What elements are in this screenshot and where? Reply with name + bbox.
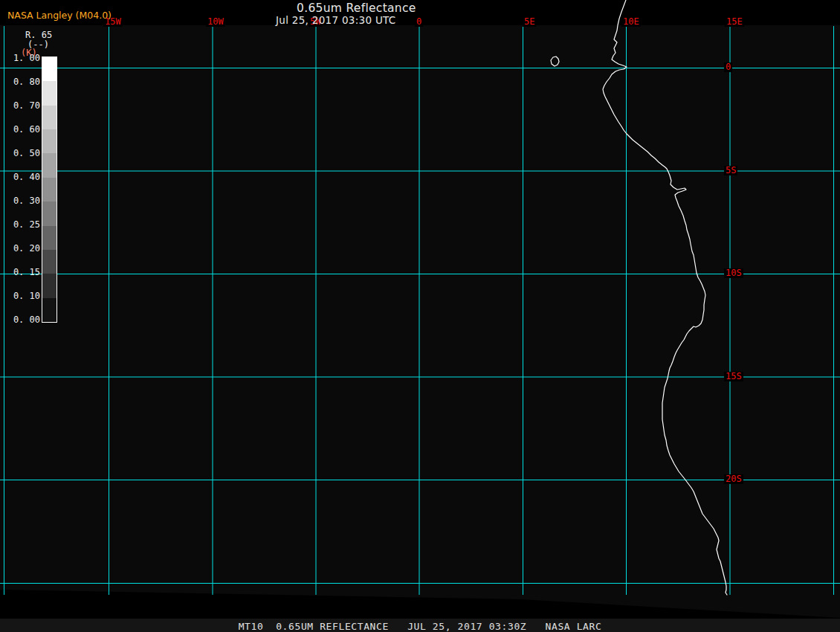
colorbar-tick: 0. 70: [6, 101, 40, 111]
colorbar-segment: [42, 153, 56, 177]
colorbar-tick: 0. 10: [6, 291, 40, 301]
latitude-label: 0: [724, 62, 732, 72]
colorbar-segment: [42, 201, 56, 225]
status-text: MT10 0.65UM REFLECTANCE JUL 25, 2017 03:…: [239, 621, 602, 632]
colorbar-tick: 0. 00: [6, 315, 40, 325]
colorbar-tick: 0. 15: [6, 268, 40, 277]
colorbar-tick: 0. 25: [6, 220, 40, 230]
longitude-label: 5E: [523, 17, 536, 27]
colorbar-segment: [42, 129, 56, 153]
latitude-label: 10S: [724, 268, 743, 278]
colorbar-tick: 0. 80: [6, 77, 40, 87]
credit-label: NASA Langley (M04.0): [7, 10, 112, 21]
colorbar-tick: 0. 20: [6, 244, 40, 254]
colorbar-segment: [42, 81, 56, 105]
colorbar-segment: [42, 106, 56, 129]
longitude-label: 0: [415, 17, 423, 27]
colorbar-tick: 0. 50: [6, 149, 40, 158]
colorbar-tick: 0. 30: [6, 196, 40, 206]
colorbar-tick: 0. 60: [6, 125, 40, 135]
longitude-label: 15E: [725, 17, 744, 27]
colorbar-tick: 1. 00: [6, 54, 40, 63]
colorbar-segment: [42, 298, 56, 322]
latitude-label: 15S: [724, 372, 743, 381]
colorbar-segment: [42, 57, 56, 81]
satellite-image-viewer: 15W10W5W05E10E15E 05S10S15S20S R. 65 (--…: [0, 0, 840, 632]
latitude-label: 20S: [724, 474, 743, 484]
status-bar: MT10 0.65UM REFLECTANCE JUL 25, 2017 03:…: [0, 619, 840, 632]
timestamp-label: Jul 25, 2017 03:30 UTC: [276, 15, 396, 26]
page-title: 0.65um Reflectance: [297, 1, 416, 15]
colorbar-segment: [42, 226, 56, 250]
colorbar-tick: 0. 40: [6, 172, 40, 182]
longitude-label: 10E: [621, 17, 641, 27]
map-svg: [0, 0, 840, 632]
colorbar-gradient: [42, 57, 57, 323]
latitude-label: 5S: [724, 166, 737, 175]
reflectance-colorbar: R. 65 (--) (K) 1. 000. 800. 700. 600. 50…: [6, 26, 61, 332]
colorbar-segment: [42, 274, 56, 297]
colorbar-segment: [42, 250, 56, 274]
longitude-label: 10W: [206, 17, 225, 27]
colorbar-segment: [42, 178, 56, 201]
